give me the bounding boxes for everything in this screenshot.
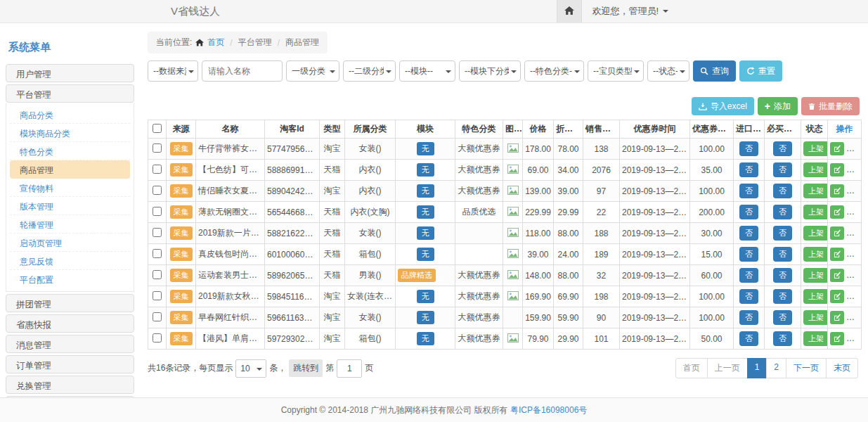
sidebar-section-header[interactable]: 用户管理 xyxy=(6,64,134,82)
icon-cell xyxy=(503,139,523,160)
sidebar-item[interactable]: 轮播管理 xyxy=(10,215,130,234)
edit-button[interactable] xyxy=(830,311,844,324)
status-button[interactable]: 上架 xyxy=(803,205,828,219)
user-menu[interactable]: 欢迎您，管理员! xyxy=(582,5,678,18)
sidebar-section-header[interactable]: 兑换管理 xyxy=(6,376,134,394)
import-select-toggle[interactable]: 否 xyxy=(739,268,758,283)
reset-button[interactable]: 重置 xyxy=(739,60,782,82)
status-button[interactable]: 上架 xyxy=(803,226,828,241)
row-checkbox[interactable] xyxy=(153,165,162,174)
sidebar-item[interactable]: 模块商品分类 xyxy=(10,124,130,142)
sidebar-item[interactable]: 特色分类 xyxy=(10,142,130,160)
filter-select-control[interactable]: --宝贝类型-- xyxy=(588,61,643,81)
source-badge: 采集 xyxy=(170,311,193,324)
sidebar-section-header[interactable]: 拼团管理 xyxy=(6,294,134,312)
status-button[interactable]: 上架 xyxy=(803,141,828,156)
row-checkbox[interactable] xyxy=(153,333,162,343)
must-buy-toggle[interactable]: 否 xyxy=(773,141,792,156)
page-button-上一页[interactable]: 上一页 xyxy=(707,358,748,378)
filter-select-control[interactable]: --模块-- xyxy=(400,61,455,81)
status-button[interactable]: 上架 xyxy=(803,331,828,346)
page-button-首页[interactable]: 首页 xyxy=(675,358,708,378)
sidebar-item[interactable]: 意见反馈 xyxy=(10,252,130,270)
edit-button[interactable] xyxy=(830,205,844,219)
must-buy-toggle[interactable]: 否 xyxy=(773,205,792,219)
must-buy-toggle[interactable]: 否 xyxy=(773,310,792,325)
edit-button[interactable] xyxy=(830,269,844,282)
status-button[interactable]: 上架 xyxy=(803,310,828,325)
must-buy-toggle[interactable]: 否 xyxy=(773,184,792,198)
status-button[interactable]: 上架 xyxy=(803,289,828,304)
edit-button[interactable] xyxy=(830,163,844,177)
select-all-checkbox[interactable] xyxy=(153,124,162,133)
import-select-toggle[interactable]: 否 xyxy=(739,205,758,219)
sidebar-section-header[interactable]: 订单管理 xyxy=(6,355,134,373)
filter-select-control[interactable]: --模块下分类-- xyxy=(460,61,520,81)
module-cell: 无 xyxy=(396,307,455,328)
row-checkbox[interactable] xyxy=(153,143,162,153)
import-select-toggle[interactable]: 否 xyxy=(739,226,758,241)
import-excel-button[interactable]: 导入excel xyxy=(692,97,754,115)
import-select-toggle[interactable]: 否 xyxy=(739,184,758,198)
must-buy-toggle[interactable]: 否 xyxy=(773,162,792,177)
add-button[interactable]: + 添加 xyxy=(758,97,798,115)
sidebar-item-active[interactable]: 商品管理 xyxy=(10,160,130,179)
per-page-select[interactable]: 10 xyxy=(235,359,266,378)
page-number-input[interactable] xyxy=(337,359,362,378)
page-button-2[interactable]: 2 xyxy=(766,358,786,378)
jump-button[interactable]: 跳转到 xyxy=(289,359,323,377)
row-checkbox[interactable] xyxy=(153,186,162,195)
row-checkbox[interactable] xyxy=(153,312,162,321)
row-checkbox[interactable] xyxy=(153,249,162,258)
import-select-toggle[interactable]: 否 xyxy=(739,141,758,156)
status-button[interactable]: 上架 xyxy=(803,184,828,198)
breadcrumb-home-link[interactable]: 首页 xyxy=(207,37,224,49)
sidebar-item[interactable]: 商品分类 xyxy=(10,106,130,124)
sidebar-item[interactable]: 启动页管理 xyxy=(10,234,130,252)
row-checkbox[interactable] xyxy=(153,207,162,216)
must-buy-toggle[interactable]: 否 xyxy=(773,226,792,241)
sidebar-section-header[interactable]: 省惠快报 xyxy=(6,314,134,333)
import-select-toggle[interactable]: 否 xyxy=(739,247,758,262)
filter-select-control[interactable]: --二级分类-- xyxy=(344,61,395,81)
import-select-toggle[interactable]: 否 xyxy=(739,310,758,325)
sidebar-section-header[interactable]: 平台管理 xyxy=(6,84,134,103)
query-button[interactable]: 查询 xyxy=(693,60,736,82)
edit-button[interactable] xyxy=(830,142,844,155)
edit-button[interactable] xyxy=(830,226,844,240)
home-button[interactable] xyxy=(557,0,582,23)
row-checkbox[interactable] xyxy=(153,270,162,279)
must-buy-toggle[interactable]: 否 xyxy=(773,247,792,262)
batch-delete-button[interactable]: 批量删除 xyxy=(801,97,860,115)
must-buy-toggle[interactable]: 否 xyxy=(773,289,792,304)
icp-link[interactable]: 粤ICP备16098006号 xyxy=(510,404,587,416)
page-button-末页[interactable]: 末页 xyxy=(826,358,858,378)
page-button-1[interactable]: 1 xyxy=(747,358,767,378)
edit-button[interactable] xyxy=(830,248,844,261)
import-select-toggle[interactable]: 否 xyxy=(739,331,758,346)
sidebar-item[interactable]: 平台配置 xyxy=(10,270,130,288)
row-checkbox[interactable] xyxy=(153,228,162,237)
import-select-toggle[interactable]: 否 xyxy=(739,162,758,177)
edit-button[interactable] xyxy=(830,184,844,198)
filter-select-control[interactable]: --数据来源-- xyxy=(148,61,197,81)
name-search-input[interactable] xyxy=(202,60,283,82)
sidebar-item[interactable]: 宣传物料 xyxy=(10,179,130,197)
status-button[interactable]: 上架 xyxy=(803,162,828,177)
edit-button[interactable] xyxy=(830,332,844,345)
row-checkbox[interactable] xyxy=(153,291,162,300)
must-buy-toggle[interactable]: 否 xyxy=(773,331,792,346)
price: 79.90 xyxy=(523,328,554,350)
sidebar-item[interactable]: 版本管理 xyxy=(10,197,130,215)
filter-select-control[interactable]: 一级分类 xyxy=(287,61,339,81)
must-buy-toggle[interactable]: 否 xyxy=(773,268,792,283)
edit-button[interactable] xyxy=(830,290,844,303)
filter-select-control[interactable]: --状态-- xyxy=(648,61,689,81)
filter-select-control[interactable]: --特色分类-- xyxy=(525,61,583,81)
status-button[interactable]: 上架 xyxy=(803,268,828,283)
page-button-下一页[interactable]: 下一页 xyxy=(786,358,827,378)
filter-select: --模块-- xyxy=(399,60,455,82)
status-button[interactable]: 上架 xyxy=(803,247,828,262)
import-select-toggle[interactable]: 否 xyxy=(739,289,758,304)
sidebar-section-header[interactable]: 消息管理 xyxy=(6,335,134,353)
